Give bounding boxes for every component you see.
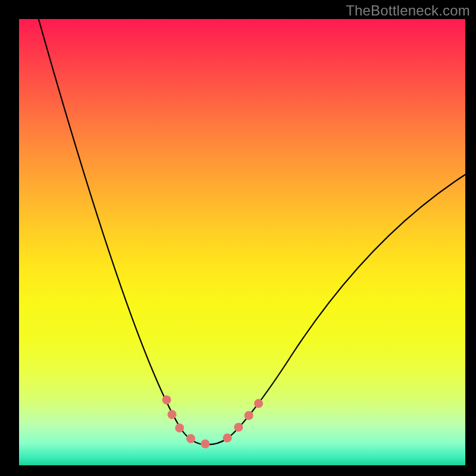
- outer-frame: TheBottleneck.com: [0, 0, 476, 476]
- plot-area: [19, 19, 465, 465]
- v-curve: [37, 19, 465, 444]
- chart-svg: [19, 19, 465, 465]
- markers-left: [167, 400, 220, 444]
- watermark-text: TheBottleneck.com: [346, 2, 470, 19]
